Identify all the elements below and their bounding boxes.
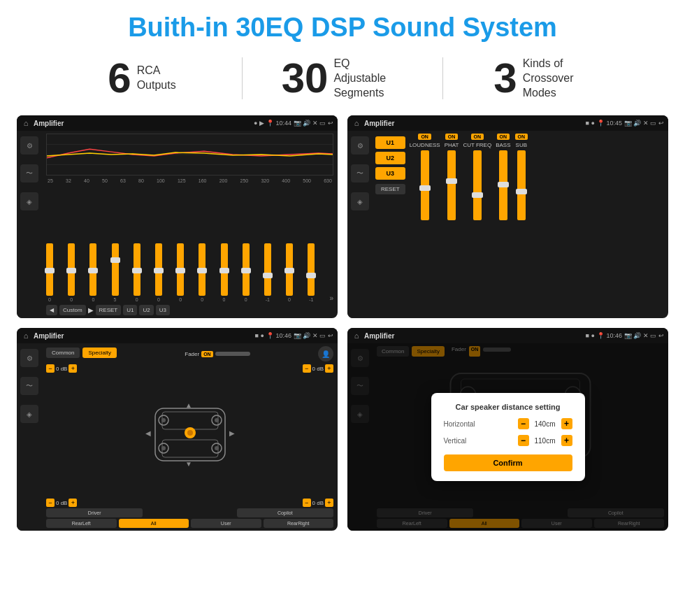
eq-play-btn[interactable]: ▶ <box>88 306 94 314</box>
preset-u3[interactable]: U3 <box>375 167 405 180</box>
copilot-btn[interactable]: Copilot <box>237 508 333 517</box>
horizontal-label: Horizontal <box>444 420 475 428</box>
stat-number-rca: 6 <box>108 57 131 99</box>
common-tab[interactable]: Common <box>46 348 80 358</box>
eq-slider-12[interactable]: 0 <box>286 243 293 302</box>
amp-side-icons: ⚙ 〜 ◈ <box>347 131 373 318</box>
preset-u1[interactable]: U1 <box>375 136 405 149</box>
spk-wave-icon[interactable]: 〜 <box>20 377 38 395</box>
home-icon-2[interactable]: ⌂ <box>352 118 361 128</box>
eq-prev-btn[interactable]: ◀ <box>46 305 57 315</box>
eq-u2-btn[interactable]: U2 <box>139 305 153 315</box>
eq-u1-btn[interactable]: U1 <box>123 305 137 315</box>
svg-rect-5 <box>162 412 218 429</box>
eq-u3-btn[interactable]: U3 <box>156 305 170 315</box>
spk-bottom-btns: Driver Copilot <box>46 508 333 517</box>
eq-slider-11[interactable]: -1 <box>264 243 271 302</box>
eq-custom-btn[interactable]: Custom <box>59 305 86 315</box>
specialty-tab[interactable]: Specialty <box>82 348 116 358</box>
spk-eq-icon[interactable]: ⚙ <box>20 349 38 367</box>
eq-slider-9[interactable]: 0 <box>221 243 228 302</box>
db-fl-plus[interactable]: + <box>68 364 77 373</box>
stat-label-rca: RCA Outputs <box>137 64 176 93</box>
vertical-value: 110cm <box>532 437 558 445</box>
stat-number-crossover: 3 <box>493 57 517 99</box>
all-btn[interactable]: All <box>119 519 189 528</box>
horizontal-value: 140cm <box>532 420 558 428</box>
spk-status-bar: ⌂ Amplifier ■ ● 📍 10:46 📷 🔊 ✕ ▭ ↩ <box>17 328 338 343</box>
eq-slider-6[interactable]: 0 <box>155 243 162 302</box>
spk-bottom-btns2: RearLeft All User RearRight <box>46 519 333 528</box>
wave-icon[interactable]: 〜 <box>20 164 38 182</box>
eq-icon[interactable]: ⚙ <box>20 136 38 155</box>
eq-sliders: 0 0 0 5 0 <box>46 186 333 302</box>
confirm-button[interactable]: Confirm <box>444 454 572 471</box>
dlg-screen-title: Amplifier <box>364 332 583 340</box>
eq-slider-3[interactable]: 0 <box>89 243 96 302</box>
home-icon-4[interactable]: ⌂ <box>352 331 361 341</box>
svg-text:▼: ▼ <box>185 460 192 468</box>
fader-slider[interactable] <box>215 352 250 356</box>
horizontal-minus[interactable]: − <box>518 418 529 429</box>
rearleft-btn[interactable]: RearLeft <box>46 519 117 528</box>
spk-tabs: Common Specialty <box>46 348 117 358</box>
vertical-plus[interactable]: + <box>561 435 572 446</box>
home-icon[interactable]: ⌂ <box>21 118 31 128</box>
eq-slider-8[interactable]: 0 <box>199 243 206 302</box>
svg-point-10 <box>161 418 166 422</box>
stat-crossover: 3 Kinds of Crossover Modes <box>443 57 643 100</box>
rearright-btn[interactable]: RearRight <box>264 519 334 528</box>
svg-rect-6 <box>162 440 218 457</box>
db-rl-minus[interactable]: − <box>46 499 55 507</box>
stat-label-eq: EQ Adjustable Segments <box>333 57 403 100</box>
vertical-label: Vertical <box>444 437 467 445</box>
amp-speaker-icon[interactable]: ◈ <box>351 192 369 210</box>
amp-eq-icon[interactable]: ⚙ <box>351 136 369 155</box>
eq-slider-4[interactable]: 5 <box>112 243 119 302</box>
db-rr-plus[interactable]: + <box>325 499 333 507</box>
db-fr-plus[interactable]: + <box>325 364 333 373</box>
sub-label: SUB <box>516 142 527 148</box>
svg-text:◀: ◀ <box>145 429 151 437</box>
preset-u2[interactable]: U2 <box>375 152 405 164</box>
freq-labels: 253240506380100125160200250320400500630 <box>46 178 333 183</box>
svg-point-14 <box>161 446 166 450</box>
eq-slider-10[interactable]: 0 <box>243 243 250 302</box>
settings-icon[interactable]: 👤 <box>318 346 333 361</box>
amp-status-bar: ⌂ Amplifier ■ ● 📍 10:45 📷 🔊 ✕ ▭ ↩ <box>347 115 668 131</box>
amp-wave-icon[interactable]: 〜 <box>351 164 369 182</box>
eq-reset-btn[interactable]: RESET <box>96 305 122 315</box>
eq-content: ⚙ 〜 ◈ <box>17 131 338 318</box>
speaker-icon[interactable]: ◈ <box>20 192 38 210</box>
eq-slider-2[interactable]: 0 <box>68 243 75 302</box>
dialog-screen: ⌂ Amplifier ■ ● 📍 10:46 📷 🔊 ✕ ▭ ↩ ⚙ 〜 ◈ … <box>347 328 668 531</box>
eq-slider-1[interactable]: 0 <box>46 243 53 302</box>
db-fr-minus[interactable]: − <box>303 364 311 373</box>
cutfreq-label: CUT FREQ <box>463 142 491 148</box>
car-layout-svg: ▲ ▼ ◀ ▶ <box>127 398 253 475</box>
horizontal-plus[interactable]: + <box>561 418 572 429</box>
spk-content: ⚙ 〜 ◈ Common Specialty Fader ON � <box>17 343 338 531</box>
eq-slider-13[interactable]: -1 <box>308 243 315 302</box>
db-fl-minus[interactable]: − <box>46 364 55 373</box>
bass-on: ON <box>497 134 510 140</box>
eq-slider-7[interactable]: 0 <box>177 243 184 302</box>
dialog-title: Car speaker distance setting <box>444 403 572 411</box>
speaker-screen: ⌂ Amplifier ■ ● 📍 10:46 📷 🔊 ✕ ▭ ↩ ⚙ 〜 ◈ … <box>17 328 338 531</box>
stat-label-crossover: Kinds of Crossover Modes <box>523 57 593 100</box>
dialog-box: Car speaker distance setting Horizontal … <box>431 393 585 481</box>
amp-reset-btn[interactable]: RESET <box>375 184 405 194</box>
spk-screen-title: Amplifier <box>34 332 252 340</box>
vertical-minus[interactable]: − <box>518 435 529 446</box>
svg-point-16 <box>215 446 219 450</box>
db-rr-minus[interactable]: − <box>303 499 311 507</box>
spk-speaker-icon[interactable]: ◈ <box>20 405 38 423</box>
driver-btn[interactable]: Driver <box>46 508 143 517</box>
eq-slider-5[interactable]: 0 <box>134 243 140 302</box>
fader-label: Fader <box>185 351 199 357</box>
svg-point-8 <box>187 430 193 436</box>
home-icon-3[interactable]: ⌂ <box>21 331 31 341</box>
spk-status-icons: ■ ● 📍 10:46 📷 🔊 ✕ ▭ ↩ <box>255 332 333 339</box>
user-btn[interactable]: User <box>191 519 261 528</box>
db-rl-plus[interactable]: + <box>68 499 77 507</box>
